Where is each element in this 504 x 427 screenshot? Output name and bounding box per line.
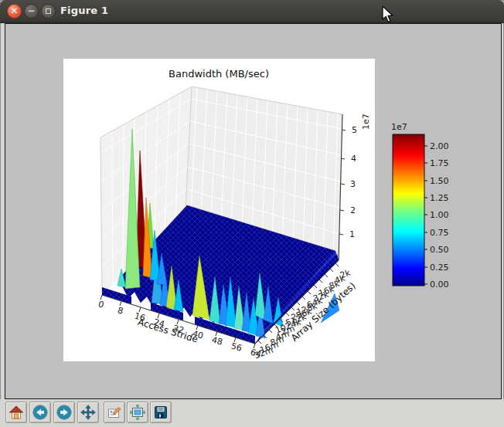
edit-pencil-icon	[107, 405, 122, 420]
minimize-icon: −	[27, 5, 35, 16]
mouse-cursor	[382, 6, 394, 26]
configure-window-icon	[130, 405, 145, 420]
svg-text:1: 1	[349, 229, 355, 239]
svg-text:3: 3	[350, 179, 356, 189]
svg-text:5: 5	[352, 125, 357, 135]
forward-button[interactable]	[53, 402, 75, 423]
figure-svg: Bandwidth (MB/sec)	[5, 24, 501, 398]
titlebar[interactable]: ✕ − Figure 1	[0, 0, 504, 23]
navigation-toolbar	[0, 399, 504, 427]
maximize-icon	[46, 8, 51, 14]
svg-text:1.25: 1.25	[430, 193, 449, 203]
svg-text:1.50: 1.50	[430, 176, 449, 186]
svg-text:2.00: 2.00	[430, 141, 449, 151]
back-button[interactable]	[29, 402, 51, 423]
save-floppy-icon	[153, 405, 169, 420]
pan-move-icon	[80, 405, 96, 420]
svg-text:1.75: 1.75	[430, 158, 449, 168]
back-arrow-icon	[32, 405, 48, 420]
z-offset-label: 1e7	[361, 114, 371, 130]
figure-window: ✕ − Figure 1	[0, 0, 504, 427]
svg-text:0.50: 0.50	[430, 245, 449, 255]
edit-parameters-button[interactable]	[104, 402, 125, 423]
close-icon: ✕	[10, 5, 18, 16]
svg-text:0.00: 0.00	[430, 280, 449, 290]
home-icon	[9, 405, 24, 420]
svg-text:4: 4	[351, 154, 356, 164]
configure-subplots-button[interactable]	[127, 402, 148, 423]
colorbar-offset-label: 1e7	[391, 122, 407, 132]
colorbar-ticks	[424, 146, 427, 284]
home-button[interactable]	[5, 402, 27, 423]
window-title: Figure 1	[60, 5, 108, 16]
svg-text:0.25: 0.25	[430, 263, 449, 273]
svg-text:1.00: 1.00	[430, 210, 449, 220]
maximize-button[interactable]	[41, 4, 56, 19]
minimize-button[interactable]: −	[24, 4, 39, 19]
save-button[interactable]	[150, 402, 172, 423]
forward-arrow-icon	[56, 405, 72, 420]
colorbar: 1e7 0.00 0.25 0.50 0.75 1.00 1.25 1.50 1…	[391, 122, 449, 290]
plot-title: Bandwidth (MB/sec)	[169, 68, 269, 80]
close-button[interactable]: ✕	[7, 4, 22, 19]
colorbar-tick-labels: 0.00 0.25 0.50 0.75 1.00 1.25 1.50 1.75 …	[430, 141, 449, 290]
pan-button[interactable]	[77, 402, 99, 423]
plot-canvas[interactable]: Bandwidth (MB/sec)	[5, 23, 502, 399]
svg-text:2: 2	[350, 205, 356, 215]
svg-text:0.75: 0.75	[430, 228, 449, 238]
